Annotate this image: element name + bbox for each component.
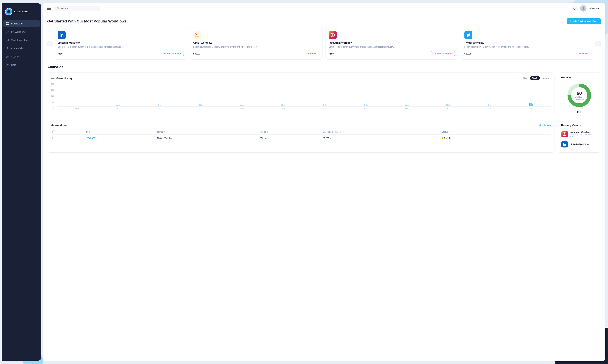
workflow-card-instagram: Instagram Workflow Lorem Ipsum is simply… <box>325 27 458 60</box>
settings-icon <box>6 55 9 58</box>
sidebar-item-label-credentials: Credentials <box>11 47 23 50</box>
select-all-checkbox[interactable] <box>52 130 55 133</box>
x-label-w37: W37 <box>387 107 427 109</box>
svg-rect-2 <box>6 24 7 25</box>
bar-w36-1 <box>364 104 365 106</box>
bars-container <box>57 83 551 106</box>
svg-point-18 <box>564 134 565 135</box>
create-new-link[interactable]: Create New <box>539 124 551 126</box>
sidebar-item-settings[interactable]: Settings <box>3 53 40 60</box>
create-custom-workflow-button[interactable]: Create Custom Workflow <box>567 18 601 24</box>
y-label-400: 400 <box>51 95 54 97</box>
workflow-card-twitter: Twitter Workflow Lorem Ipsum is simply d… <box>461 27 594 60</box>
chart-header: Workflows History Day Week Month <box>51 76 551 80</box>
help-icon <box>6 63 9 66</box>
analytics-grid: Workflows History Day Week Month 800 600… <box>47 73 601 116</box>
instagram-workflow-footer: Free Use this Template <box>329 51 455 56</box>
carousel-next-arrow[interactable]: › <box>595 41 601 46</box>
bar-w30-2 <box>119 105 120 106</box>
bar-group-w33 <box>222 105 262 106</box>
my-workflows-card: My Workflows Create New ID ⇅ Name ⇅ Mode… <box>47 120 555 153</box>
bar-group-w36 <box>345 104 386 106</box>
bottom-grid: My Workflows Create New ID ⇅ Name ⇅ Mode… <box>47 120 601 153</box>
workflows-library-icon <box>6 39 9 42</box>
linkedin-workflow-footer: Free Use this Template <box>58 51 184 56</box>
sidebar-logo: LOGO HERE <box>2 3 41 20</box>
bar-w40-2 <box>531 103 533 106</box>
dashboard-icon <box>6 22 9 25</box>
logo-text: LOGO HERE <box>14 10 28 13</box>
analytics-title: Analytics <box>47 65 64 69</box>
search-input[interactable] <box>60 7 93 10</box>
col-exec-time: Execution Time ⇅ <box>321 129 440 135</box>
period-buttons: Day Week Month <box>521 76 551 80</box>
twitter-icon <box>464 31 472 39</box>
chevron-down-icon: ▾ <box>600 7 601 10</box>
svg-rect-1 <box>7 22 9 24</box>
x-label-w39: W39 <box>469 107 510 109</box>
row-options-button[interactable]: ⋮ <box>518 136 521 140</box>
sort-mode-icon: ⇅ <box>267 131 268 133</box>
x-label-w33: W33 <box>222 107 262 109</box>
twitter-workflow-footer: $10.00 Buy now <box>464 51 591 56</box>
bar-w33-2 <box>242 105 244 106</box>
sidebar-item-credentials[interactable]: Credentials <box>3 45 40 52</box>
gmail-price: $30.00 <box>193 52 200 55</box>
col-status: Status ⇅ <box>440 129 516 135</box>
my-workflows-icon <box>6 30 9 34</box>
page-content: Get Started With Our Most Popular Workfl… <box>43 14 605 361</box>
gmail-workflow-desc: Lorem Ipsum is simply dummy text of the … <box>193 45 319 48</box>
sidebar-item-dashboard[interactable]: Dashboard <box>3 20 40 27</box>
sidebar-item-help[interactable]: Help <box>3 61 40 69</box>
bar-w31-2 <box>160 105 161 106</box>
chart-card: Workflows History Day Week Month 800 600… <box>47 73 555 116</box>
bar-w33-1 <box>240 105 242 106</box>
donut-wrapper: 60 WorkflowsRamaining <box>566 82 593 108</box>
svg-point-13 <box>332 34 333 36</box>
notification-button[interactable] <box>571 5 578 12</box>
main-card: John Doe ▾ Get Started With Our Most Pop… <box>43 3 605 361</box>
instagram-use-template-button[interactable]: Use this Template <box>431 51 455 56</box>
workflows-table: ID ⇅ Name ⇅ Mode ⇅ Execution Time ⇅ Stat… <box>51 129 551 142</box>
x-label-w30: W30 <box>98 107 139 109</box>
recent-linkedin-icon <box>561 141 568 147</box>
twitter-buy-now-button[interactable]: Buy now <box>576 51 590 56</box>
gmail-buy-now-button[interactable]: Buy now <box>305 51 319 56</box>
instagram-workflow-desc: Lorem Ipsum is simply dummy text of the … <box>329 45 455 48</box>
x-label-w40: W40 <box>510 107 551 109</box>
main-wrapper: John Doe ▾ Get Started With Our Most Pop… <box>41 0 608 364</box>
sidebar-item-workflows-library[interactable]: Workflows Library <box>3 36 40 44</box>
bar-group-w38 <box>428 104 469 106</box>
linkedin-use-template-button[interactable]: Use this Template <box>160 51 184 56</box>
row-checkbox[interactable] <box>52 137 55 139</box>
col-mode: Mode ⇅ <box>259 129 321 135</box>
carousel-prev-arrow[interactable]: ‹ <box>47 41 53 46</box>
period-week-button[interactable]: Week <box>530 76 540 80</box>
chart-y-axis: 800 600 400 200 0 <box>51 83 54 109</box>
table-header: My Workflows Create New <box>51 124 551 127</box>
x-label-w36: W36 <box>345 107 386 109</box>
hamburger-button[interactable] <box>47 6 52 10</box>
period-month-button[interactable]: Month <box>541 76 551 80</box>
row-mode: Trigger <box>259 135 321 142</box>
svg-point-14 <box>334 34 334 34</box>
bar-w34-2 <box>284 104 285 106</box>
recent-instagram-icon <box>561 131 568 137</box>
recent-item-instagram: Instagram Workflow Lorem Ipsum is simply… <box>561 129 597 139</box>
x-label-w31: W31 <box>139 107 180 109</box>
search-bar[interactable] <box>54 6 100 11</box>
recent-item-linkedin: Linkedin Workflow <box>561 139 597 149</box>
x-label-w32: W32 <box>180 107 221 109</box>
dot-inactive <box>580 111 582 113</box>
workflow-card-gmail: Gmail Workflow Lorem Ipsum is simply dum… <box>190 27 323 60</box>
user-name: John Doe <box>588 7 599 10</box>
bar-w29-1 <box>75 106 77 106</box>
sidebar-item-my-workflows[interactable]: My Workflows <box>3 28 40 36</box>
period-day-button[interactable]: Day <box>521 76 529 80</box>
linkedin-price: Free <box>58 52 63 55</box>
notification-dot <box>575 6 576 8</box>
row-exec-time: 22.295 sec <box>321 135 440 142</box>
table-title: My Workflows <box>51 124 67 127</box>
workflow-carousel: ‹ Linkedin Workflow Lorem Ipsum is simpl… <box>47 27 601 60</box>
user-info[interactable]: John Doe ▾ <box>580 5 601 12</box>
